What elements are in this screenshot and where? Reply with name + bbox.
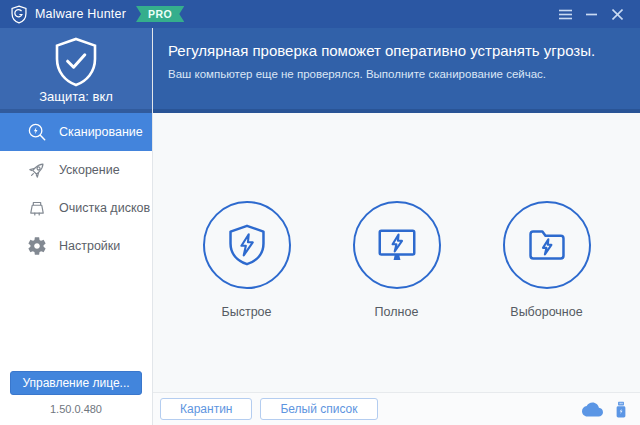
whitelist-button[interactable]: Белый список: [260, 398, 377, 420]
manage-license-button[interactable]: Управление лице...: [10, 371, 141, 395]
sidebar-item-boost[interactable]: Ускорение: [0, 151, 152, 189]
protection-status-label: Защита: вкл: [39, 89, 113, 104]
quick-scan-button[interactable]: Быстрое: [199, 201, 295, 319]
custom-scan-label: Выборочное: [499, 305, 595, 319]
shield-lightning-icon: [224, 222, 270, 268]
quarantine-button[interactable]: Карантин: [160, 398, 252, 420]
monitor-lightning-icon: [374, 222, 420, 268]
folder-lightning-icon: [524, 222, 570, 268]
cloud-icon[interactable]: [582, 402, 603, 417]
footer-bar: Карантин Белый список: [153, 392, 640, 425]
rocket-icon: [26, 159, 48, 181]
shield-check-icon: [52, 36, 100, 88]
app-title: Malware Hunter: [35, 7, 126, 21]
sidebar: Защита: вкл Сканирование: [0, 28, 152, 425]
version-label: 1.50.0.480: [0, 403, 152, 415]
minimize-button[interactable]: [578, 3, 604, 25]
sidebar-item-label: Очистка дисков: [59, 201, 150, 215]
close-button[interactable]: [604, 3, 630, 25]
protection-status-panel: Защита: вкл: [0, 28, 152, 113]
titlebar: Malware Hunter PRO: [0, 0, 640, 28]
sidebar-item-scan[interactable]: Сканирование: [0, 113, 152, 151]
broom-icon: [26, 197, 48, 219]
header-banner: Регулярная проверка поможет оперативно у…: [153, 28, 640, 113]
main-content: Регулярная проверка поможет оперативно у…: [152, 28, 640, 425]
sidebar-item-settings[interactable]: Настройки: [0, 227, 152, 265]
pro-badge: PRO: [136, 6, 184, 22]
gear-icon: [26, 235, 48, 257]
custom-scan-button[interactable]: Выборочное: [499, 201, 595, 319]
full-scan-label: Полное: [349, 305, 445, 319]
app-window: Malware Hunter PRO Защита: вкл: [0, 0, 640, 425]
sidebar-item-label: Ускорение: [59, 163, 120, 177]
sidebar-item-label: Настройки: [59, 239, 120, 253]
app-logo-shield-icon: [10, 5, 28, 24]
sidebar-item-disk-cleaner[interactable]: Очистка дисков: [0, 189, 152, 227]
sidebar-item-label: Сканирование: [59, 125, 143, 139]
full-scan-button[interactable]: Полное: [349, 201, 445, 319]
header-subtitle: Ваш компьютер еще не проверялся. Выполни…: [168, 68, 640, 80]
quick-scan-label: Быстрое: [199, 305, 295, 319]
header-title: Регулярная проверка поможет оперативно у…: [168, 42, 640, 59]
scan-icon: [26, 121, 48, 143]
usb-icon[interactable]: [614, 401, 628, 418]
scan-modes-area: Быстрое Полное: [153, 113, 640, 392]
menu-icon[interactable]: [552, 3, 578, 25]
